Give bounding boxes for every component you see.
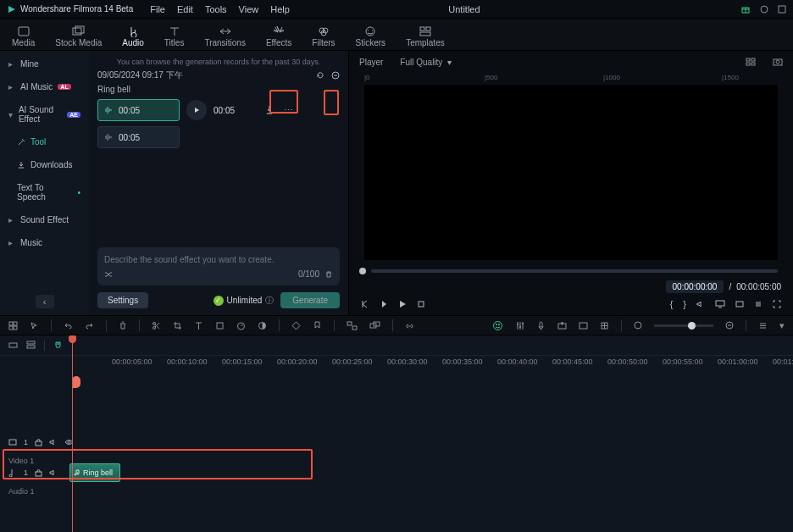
pointer-icon[interactable] [30,321,39,330]
fullscreen-icon[interactable] [773,300,781,308]
svg-rect-3 [19,27,29,36]
split-icon[interactable] [152,321,161,330]
zoom-in-icon[interactable] [725,321,734,330]
menu-file[interactable]: File [150,4,165,14]
keyframe-icon[interactable] [291,321,301,330]
sidebar-item-downloads[interactable]: Downloads [0,155,89,175]
playhead[interactable] [72,335,73,532]
color-icon[interactable] [258,321,267,330]
link-icon[interactable] [405,321,414,330]
volume-icon[interactable] [696,300,705,308]
preview-ruler: |0 |500 |1000 |1500 [349,73,793,85]
sidebar-item-tts[interactable]: Text To Speech• [0,178,89,207]
lock-icon[interactable] [35,438,42,446]
filmora-logo-icon [7,4,17,14]
tab-stock-media[interactable]: Stock Media [55,23,102,50]
step-back-button[interactable] [380,300,388,308]
audio-sidebar: ▸Mine ▸AI MusicAL ▾AI Sound EffectAE Too… [0,51,89,315]
grid-view-icon[interactable] [746,58,756,66]
speed-icon[interactable] [236,321,246,330]
tab-transitions[interactable]: Transitions [204,23,246,50]
capture-icon[interactable] [735,300,744,308]
track-add-icon[interactable] [8,341,18,350]
tab-filters[interactable]: Filters [312,23,335,50]
clear-prompt-icon[interactable] [324,270,333,279]
export-icon[interactable] [557,321,567,330]
tab-effects[interactable]: Effects [266,23,291,50]
compound-icon[interactable] [369,321,380,330]
shuffle-icon[interactable] [104,270,113,279]
render-icon[interactable] [579,321,588,330]
lock-icon[interactable] [35,468,42,477]
collapse-sidebar-button[interactable]: ‹ [36,295,54,308]
crop-icon[interactable] [173,321,182,330]
menu-edit[interactable]: Edit [177,4,193,14]
snapshot-icon[interactable] [773,58,783,66]
redo-icon[interactable] [85,321,94,330]
layout-icon[interactable] [8,321,18,330]
tab-templates[interactable]: Templates [406,23,445,50]
marker-icon[interactable] [313,321,322,330]
crop2-icon[interactable] [215,321,225,330]
generate-button[interactable]: Generate [280,292,340,308]
prev-frame-button[interactable] [361,300,369,308]
prompt-box: 0/100 [97,247,340,285]
cloud-icon[interactable] [759,4,769,14]
tab-stickers[interactable]: Stickers [356,23,386,50]
svg-rect-2 [779,6,785,13]
sidebar-item-tool[interactable]: Tool [0,132,89,152]
more-options-icon[interactable]: ⋯ [284,105,293,116]
mark-out-button[interactable]: } [683,299,686,309]
delete-icon[interactable] [119,321,127,330]
generated-clip-2[interactable]: 00:05 [97,126,180,148]
track-manage-icon[interactable] [26,341,36,350]
ai-icon[interactable] [492,320,503,331]
sidebar-item-mine[interactable]: ▸Mine [0,54,89,74]
account-icon[interactable] [778,5,786,14]
sidebar-item-ai-sound-effect[interactable]: ▾AI Sound EffectAE [0,100,89,129]
zoom-slider[interactable] [654,324,713,327]
preview-scrubber[interactable] [359,267,778,275]
unlimited-badge[interactable]: ✓Unlimitedⓘ [214,295,274,307]
text-icon[interactable] [194,321,203,330]
settings-button[interactable]: Settings [97,292,148,308]
stop-button[interactable] [417,300,425,308]
sidebar-item-sound-effect[interactable]: ▸Sound Effect [0,210,89,230]
refresh-icon[interactable] [316,71,324,80]
generated-clip-1[interactable]: 00:05 [97,99,180,121]
magnet-icon[interactable] [53,341,63,350]
quality-select[interactable]: Full Quality▾ [400,58,452,67]
svg-rect-52 [36,441,42,446]
sidebar-item-music[interactable]: ▸Music [0,233,89,252]
prompt-input[interactable] [104,255,333,264]
timeline-ruler[interactable]: 00:00:05:00 00:00:10:00 00:00:15:00 00:0… [69,356,793,371]
mark-in-button[interactable]: { [670,299,674,309]
timecode-current[interactable]: 00:00:00:00 [666,280,724,293]
svg-rect-49 [27,341,35,344]
list-icon[interactable] [758,321,768,330]
download-clip-button[interactable] [262,101,277,119]
display-icon[interactable] [715,300,725,308]
delete-record-icon[interactable] [331,71,340,80]
tab-media[interactable]: Media [12,23,35,50]
play-button[interactable] [398,300,407,308]
mixer-icon[interactable] [515,321,524,330]
audio-clip[interactable]: Ring bell [69,463,120,482]
record-icon[interactable] [536,321,546,330]
play-clip-button[interactable] [186,100,207,120]
tab-titles[interactable]: Titles [164,23,185,50]
undo-icon[interactable] [64,321,73,330]
zoom-out-icon[interactable] [634,321,642,330]
group-icon[interactable] [347,321,358,330]
sidebar-item-ai-music[interactable]: ▸AI MusicAL [0,77,89,97]
audio-track-icon [8,468,17,477]
video-viewer[interactable] [364,85,778,260]
settings-icon[interactable] [754,300,762,308]
mute-icon[interactable] [49,438,58,446]
gift-icon[interactable] [740,4,751,14]
snap-icon[interactable] [600,321,609,330]
mute-icon[interactable] [49,468,58,477]
dropdown-icon[interactable]: ▾ [779,320,785,331]
tab-audio[interactable]: Audio [122,23,144,50]
timeline-marker[interactable] [72,376,80,388]
